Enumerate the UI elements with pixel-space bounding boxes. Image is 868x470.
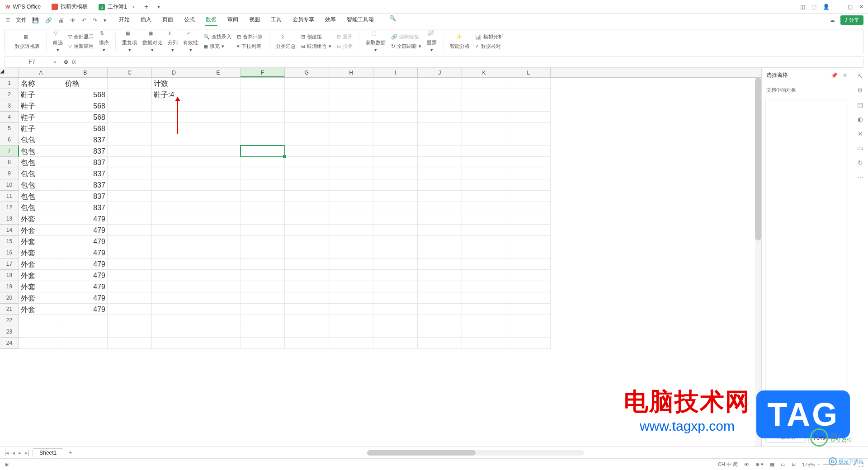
cell[interactable] (418, 304, 462, 315)
dropdown-icon[interactable]: ▾ (103, 16, 107, 24)
cell[interactable] (462, 326, 506, 338)
user-avatar-icon[interactable]: 👤 (823, 4, 830, 10)
row-header[interactable]: 9 (0, 168, 19, 179)
cell[interactable]: 名称 (19, 78, 63, 89)
col-header-C[interactable]: C (108, 68, 152, 77)
sheet-tab-1[interactable]: Sheet1 (33, 448, 63, 457)
cell[interactable] (462, 247, 506, 258)
cell[interactable] (462, 168, 506, 179)
cell[interactable] (196, 326, 241, 338)
row-header[interactable]: 17 (0, 258, 19, 270)
cell[interactable] (418, 89, 462, 100)
link-icon[interactable]: 🔗 (44, 16, 53, 24)
row-header[interactable]: 12 (0, 202, 19, 213)
row-header[interactable]: 11 (0, 191, 19, 202)
cell[interactable] (152, 123, 196, 134)
redo-icon[interactable]: ↷ (92, 16, 98, 24)
cell[interactable] (285, 225, 329, 236)
add-tab-button[interactable]: + (140, 3, 153, 11)
cell[interactable] (418, 315, 462, 326)
row-header[interactable]: 7 (0, 146, 19, 157)
cell[interactable] (241, 202, 285, 213)
col-header-H[interactable]: H (329, 68, 373, 77)
cell[interactable] (373, 89, 418, 100)
cell[interactable] (462, 338, 506, 349)
cell[interactable] (462, 304, 506, 315)
cell[interactable] (329, 225, 373, 236)
cell[interactable]: 包包 (19, 157, 63, 168)
lookup-button[interactable]: 🔍查找录入 (202, 33, 233, 41)
collapse-button[interactable]: ⊟折叠 (335, 42, 354, 51)
row-header[interactable]: 18 (0, 270, 19, 281)
tab-formula[interactable]: 公式 (183, 14, 196, 26)
cell[interactable]: 鞋子 (19, 112, 63, 123)
cell[interactable] (152, 338, 196, 349)
cell[interactable] (285, 326, 329, 338)
cell[interactable] (152, 326, 196, 338)
tab-page[interactable]: 页面 (161, 14, 174, 26)
ime-status[interactable]: CH 中 简 (718, 461, 738, 468)
cell[interactable] (418, 270, 462, 281)
cell[interactable] (108, 146, 152, 157)
smart-analysis-button[interactable]: ✨智能分析 (448, 33, 472, 51)
cell[interactable] (285, 78, 329, 89)
close-pane-icon[interactable]: ✕ (843, 72, 847, 79)
cell[interactable] (241, 292, 285, 304)
cell[interactable]: 包包 (19, 146, 63, 157)
cell[interactable] (152, 315, 196, 326)
cell[interactable]: 479 (63, 292, 108, 304)
cell[interactable] (152, 292, 196, 304)
cell[interactable] (506, 247, 551, 258)
row-header[interactable]: 3 (0, 100, 19, 112)
cell[interactable]: 837 (63, 191, 108, 202)
cell[interactable] (418, 202, 462, 213)
cell[interactable]: 外套 (19, 292, 63, 304)
cell[interactable] (241, 146, 285, 157)
cell[interactable] (462, 191, 506, 202)
tab-efficiency[interactable]: 效率 (324, 14, 337, 26)
cell[interactable] (329, 338, 373, 349)
zoom-out-icon[interactable]: − (817, 462, 820, 467)
cell[interactable] (285, 213, 329, 225)
stock-button[interactable]: 📈股票▾ (425, 29, 439, 54)
cell[interactable] (506, 258, 551, 270)
vertical-scrollbar[interactable] (755, 78, 761, 446)
cell[interactable] (329, 78, 373, 89)
cell[interactable] (108, 112, 152, 123)
preview-icon[interactable]: 👁 (69, 16, 76, 24)
cell[interactable] (418, 179, 462, 191)
cell[interactable] (462, 292, 506, 304)
cell[interactable] (241, 270, 285, 281)
cell[interactable] (329, 270, 373, 281)
cell[interactable] (462, 100, 506, 112)
cell[interactable] (108, 168, 152, 179)
cell[interactable] (241, 179, 285, 191)
cell[interactable] (108, 270, 152, 281)
style-icon[interactable]: ◐ (858, 116, 863, 123)
cell[interactable] (462, 258, 506, 270)
cell[interactable] (108, 338, 152, 349)
cell[interactable] (506, 89, 551, 100)
cell[interactable] (196, 281, 241, 292)
cell[interactable] (462, 270, 506, 281)
row-header[interactable]: 24 (0, 338, 19, 349)
cell[interactable] (373, 338, 418, 349)
cell[interactable] (241, 157, 285, 168)
cell[interactable] (108, 225, 152, 236)
move-up-icon[interactable]: ∧ (790, 419, 798, 427)
status-icon[interactable]: ⊞ (5, 461, 9, 467)
cell[interactable] (19, 315, 63, 326)
cell[interactable] (506, 123, 551, 134)
save-icon[interactable]: 💾 (31, 16, 40, 24)
cell[interactable] (196, 304, 241, 315)
col-header-J[interactable]: J (418, 68, 462, 77)
sheet-last-icon[interactable]: ▸| (24, 450, 30, 456)
cell[interactable] (241, 281, 285, 292)
cell[interactable] (285, 134, 329, 146)
col-header-G[interactable]: G (285, 68, 329, 77)
cell[interactable] (152, 225, 196, 236)
cell[interactable] (329, 202, 373, 213)
cell[interactable] (506, 326, 551, 338)
cell[interactable] (152, 100, 196, 112)
cell[interactable] (418, 292, 462, 304)
